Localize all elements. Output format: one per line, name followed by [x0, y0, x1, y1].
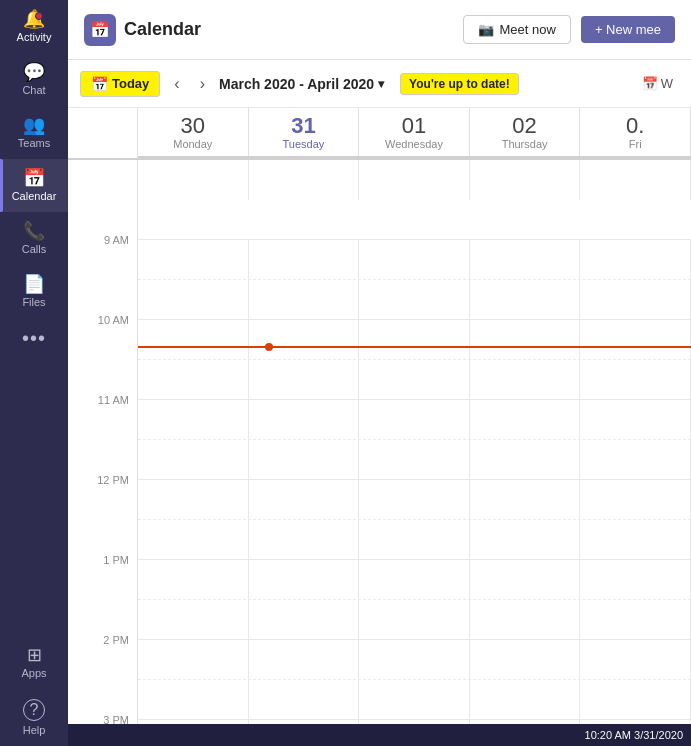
day-name: Wednesday	[385, 138, 443, 150]
cell[interactable]	[249, 480, 360, 520]
cell[interactable]	[580, 320, 691, 360]
app-icon-box: 📅	[84, 14, 116, 46]
cell[interactable]	[359, 320, 470, 360]
cell[interactable]	[359, 680, 470, 720]
cell[interactable]	[580, 400, 691, 440]
cell[interactable]	[138, 440, 249, 480]
cell[interactable]	[580, 560, 691, 600]
cell[interactable]	[359, 640, 470, 680]
cell[interactable]	[580, 720, 691, 724]
cell[interactable]	[580, 600, 691, 640]
cell[interactable]	[249, 360, 360, 400]
cell[interactable]	[138, 400, 249, 440]
day-name: Fri	[629, 138, 642, 150]
cell[interactable]	[138, 360, 249, 400]
new-meeting-button[interactable]: + New mee	[581, 16, 675, 43]
cell[interactable]	[359, 720, 470, 724]
calls-icon: 📞	[23, 222, 45, 240]
cell[interactable]	[470, 320, 581, 360]
cell[interactable]	[138, 160, 249, 200]
cell[interactable]	[470, 360, 581, 400]
cell[interactable]	[470, 160, 581, 200]
next-button[interactable]: ›	[194, 71, 211, 97]
cell[interactable]	[138, 240, 249, 280]
view-selector-button[interactable]: 📅 W	[636, 72, 679, 95]
cell[interactable]	[470, 640, 581, 680]
meet-now-button[interactable]: 📷 Meet now	[463, 15, 571, 44]
cell[interactable]	[249, 560, 360, 600]
cell[interactable]	[470, 440, 581, 480]
cell[interactable]	[470, 680, 581, 720]
day-header-tue[interactable]: 31 Tuesday	[249, 108, 360, 156]
cell[interactable]	[138, 720, 249, 724]
cell[interactable]	[249, 280, 360, 320]
cell[interactable]	[359, 560, 470, 600]
sidebar-item-help[interactable]: ? Help	[0, 689, 68, 746]
cell[interactable]	[359, 360, 470, 400]
cell[interactable]	[359, 280, 470, 320]
time-label-9am: 9 AM	[104, 234, 129, 246]
cell[interactable]	[359, 520, 470, 560]
cell[interactable]	[580, 480, 691, 520]
sidebar-item-apps[interactable]: ⊞ Apps	[0, 636, 68, 689]
cell[interactable]	[580, 240, 691, 280]
cell[interactable]	[470, 600, 581, 640]
sidebar: 🔔 Activity 💬 Chat 👥 Teams 📅 Calendar 📞 C…	[0, 0, 68, 746]
cell[interactable]	[580, 640, 691, 680]
cell[interactable]	[580, 360, 691, 400]
cell[interactable]	[249, 160, 360, 200]
cell[interactable]	[138, 520, 249, 560]
day-header-wed[interactable]: 01 Wednesday	[359, 108, 470, 156]
sidebar-item-calls[interactable]: 📞 Calls	[0, 212, 68, 265]
cell[interactable]	[359, 440, 470, 480]
day-header-thu[interactable]: 02 Thursday	[470, 108, 581, 156]
sidebar-item-more[interactable]: •••	[0, 318, 68, 358]
cell[interactable]	[138, 600, 249, 640]
cell[interactable]	[249, 440, 360, 480]
cell[interactable]	[138, 480, 249, 520]
cell[interactable]	[580, 680, 691, 720]
cell[interactable]	[580, 440, 691, 480]
date-range[interactable]: March 2020 - April 2020 ▾	[219, 76, 384, 92]
cell[interactable]	[249, 640, 360, 680]
cell[interactable]	[580, 160, 691, 200]
sidebar-item-chat[interactable]: 💬 Chat	[0, 53, 68, 106]
cell[interactable]	[359, 480, 470, 520]
cell[interactable]	[470, 400, 581, 440]
cell[interactable]	[249, 320, 360, 360]
sidebar-item-label: Files	[22, 296, 45, 308]
cell[interactable]	[249, 400, 360, 440]
cell[interactable]	[470, 560, 581, 600]
cell[interactable]	[470, 480, 581, 520]
cell[interactable]	[580, 280, 691, 320]
cell[interactable]	[249, 720, 360, 724]
cell[interactable]	[138, 280, 249, 320]
sidebar-item-activity[interactable]: 🔔 Activity	[0, 0, 68, 53]
calendar-body[interactable]: 9 AM 10 AM 11 AM 12 PM 1 PM 2 PM 3 PM	[68, 160, 691, 724]
day-header-mon[interactable]: 30 Monday	[138, 108, 249, 156]
files-icon: 📄	[23, 275, 45, 293]
cell[interactable]	[359, 240, 470, 280]
cell[interactable]	[249, 680, 360, 720]
sidebar-item-files[interactable]: 📄 Files	[0, 265, 68, 318]
cell[interactable]	[470, 280, 581, 320]
cell[interactable]	[138, 320, 249, 360]
cell[interactable]	[580, 520, 691, 560]
cell[interactable]	[359, 600, 470, 640]
cell[interactable]	[470, 240, 581, 280]
cell[interactable]	[138, 560, 249, 600]
cell[interactable]	[249, 600, 360, 640]
cell[interactable]	[470, 720, 581, 724]
sidebar-item-calendar[interactable]: 📅 Calendar	[0, 159, 68, 212]
cell[interactable]	[359, 400, 470, 440]
cell[interactable]	[138, 640, 249, 680]
cell[interactable]	[359, 160, 470, 200]
sidebar-item-teams[interactable]: 👥 Teams	[0, 106, 68, 159]
cell[interactable]	[138, 680, 249, 720]
cell[interactable]	[249, 520, 360, 560]
today-button[interactable]: 📅 Today	[80, 71, 160, 97]
day-header-fri[interactable]: 0. Fri	[580, 108, 691, 156]
cell[interactable]	[470, 520, 581, 560]
prev-button[interactable]: ‹	[168, 71, 185, 97]
cell[interactable]	[249, 240, 360, 280]
